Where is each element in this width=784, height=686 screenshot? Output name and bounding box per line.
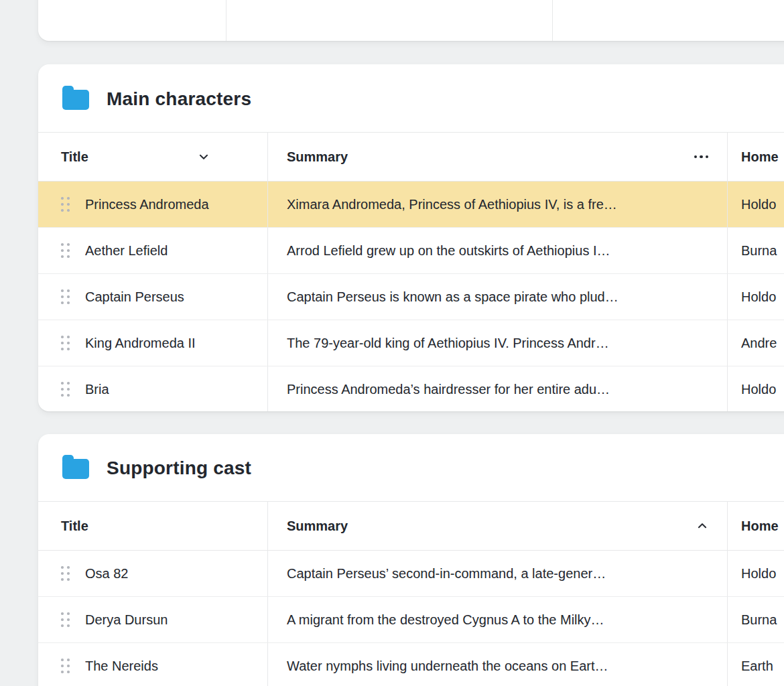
folder-icon — [62, 90, 89, 110]
column-header-title[interactable]: Title — [38, 133, 267, 181]
cell-summary: Ximara Andromeda, Princess of Aethiopius… — [267, 182, 727, 227]
table-header-row: Title Summary Home — [38, 501, 784, 551]
column-label: Home — [741, 149, 779, 165]
section-header: Supporting cast — [38, 434, 784, 501]
table-row[interactable]: King Andromeda II The 79-year-old king o… — [38, 320, 784, 366]
table-row[interactable]: Captain Perseus Captain Perseus is known… — [38, 273, 784, 320]
column-label: Title — [61, 149, 88, 165]
cell-title: Derya Dursun — [85, 612, 168, 628]
table-row[interactable]: The Nereids Water nymphs living undernea… — [38, 642, 784, 686]
column-header-summary[interactable]: Summary — [267, 133, 727, 181]
chevron-down-icon[interactable] — [198, 151, 210, 163]
cell-home: Burna — [727, 597, 784, 642]
previous-table-card — [38, 0, 784, 41]
cell-title: Aether Lefield — [85, 243, 168, 259]
cell-title: Princess Andromeda — [85, 197, 209, 212]
column-label: Title — [61, 519, 88, 534]
cell-summary: Captain Perseus’ second-in-command, a la… — [267, 551, 727, 596]
table-body: Princess Andromeda Ximara Andromeda, Pri… — [38, 182, 784, 411]
main-characters-table-card: Main characters Title Summary Home Princ… — [38, 64, 784, 411]
cell-title: Bria — [85, 382, 109, 397]
cell-home: Holdo — [727, 182, 784, 227]
drag-handle-icon[interactable] — [61, 195, 70, 214]
ellipsis-icon[interactable] — [694, 155, 709, 159]
column-divider — [552, 0, 553, 41]
cell-home: Earth — [727, 643, 784, 686]
column-label: Summary — [287, 519, 348, 534]
drag-handle-icon[interactable] — [61, 610, 70, 629]
table-header-row: Title Summary Home — [38, 132, 784, 182]
cell-summary: The 79-year-old king of Aethiopius IV. P… — [267, 320, 727, 366]
section-header: Main characters — [38, 64, 784, 132]
table-body: Osa 82 Captain Perseus’ second-in-comman… — [38, 551, 784, 686]
supporting-cast-table-card: Supporting cast Title Summary Home Osa 8… — [38, 434, 784, 686]
drag-handle-icon[interactable] — [61, 657, 70, 675]
drag-handle-icon[interactable] — [61, 241, 70, 260]
chevron-up-icon[interactable] — [696, 520, 708, 532]
cell-home: Holdo — [727, 366, 784, 411]
drag-handle-icon[interactable] — [61, 334, 70, 352]
cell-home: Holdo — [727, 551, 784, 596]
cell-summary: Arrod Lefield grew up on the outskirts o… — [267, 228, 727, 273]
cell-home: Burna — [727, 228, 784, 273]
section-title: Main characters — [107, 88, 251, 110]
cell-title: King Andromeda II — [85, 336, 196, 351]
cell-title: Osa 82 — [85, 566, 128, 581]
column-label: Home — [741, 519, 779, 534]
cell-home: Andre — [727, 320, 784, 366]
column-header-summary[interactable]: Summary — [267, 502, 727, 550]
cell-summary: Princess Andromeda’s hairdresser for her… — [267, 366, 727, 411]
drag-handle-icon[interactable] — [61, 287, 70, 306]
table-row[interactable]: Princess Andromeda Ximara Andromeda, Pri… — [38, 182, 784, 227]
folder-icon — [62, 459, 89, 479]
table-row[interactable]: Aether Lefield Arrod Lefield grew up on … — [38, 227, 784, 273]
cell-summary: Captain Perseus is known as a space pira… — [267, 274, 727, 320]
table-row[interactable]: Osa 82 Captain Perseus’ second-in-comman… — [38, 551, 784, 596]
table-row[interactable]: Derya Dursun A migrant from the destroye… — [38, 596, 784, 642]
column-header-home[interactable]: Home — [727, 502, 784, 550]
table-row[interactable]: Bria Princess Andromeda’s hairdresser fo… — [38, 366, 784, 411]
section-title: Supporting cast — [107, 458, 251, 479]
column-label: Summary — [287, 149, 348, 165]
cell-title: Captain Perseus — [85, 289, 184, 305]
column-header-title[interactable]: Title — [38, 502, 267, 550]
drag-handle-icon[interactable] — [61, 564, 70, 583]
drag-handle-icon[interactable] — [61, 380, 70, 399]
cell-summary: A migrant from the destroyed Cygnus A to… — [267, 597, 727, 642]
column-header-home[interactable]: Home — [727, 133, 784, 181]
cell-title: The Nereids — [85, 659, 158, 674]
cell-home: Holdo — [727, 274, 784, 320]
cell-summary: Water nymphs living underneath the ocean… — [267, 643, 727, 686]
column-divider — [226, 0, 226, 41]
